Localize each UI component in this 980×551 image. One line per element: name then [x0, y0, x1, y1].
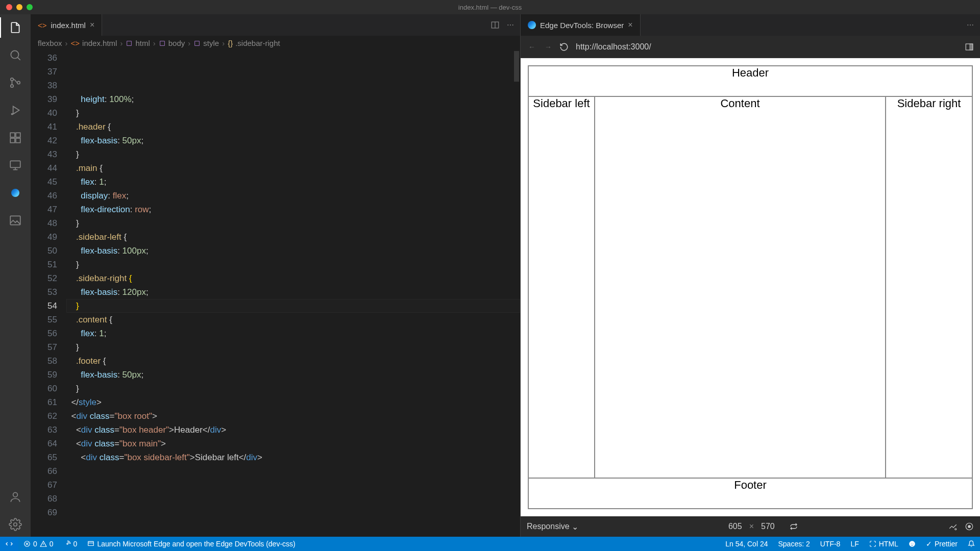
breadcrumb-style[interactable]: style	[193, 39, 219, 47]
preview-header: Header	[528, 66, 972, 96]
extensions-icon[interactable]	[8, 131, 22, 145]
back-icon[interactable]: ←	[527, 43, 537, 51]
minimize-window-button[interactable]	[16, 4, 22, 10]
devtools-tabs: Edge DevTools: Browser × ⋯	[521, 14, 980, 36]
svg-point-22	[909, 541, 915, 547]
code-editor-group: <> index.html × ⋯ flexbox › <>index.html	[31, 14, 521, 537]
close-window-button[interactable]	[6, 4, 12, 10]
vscode-window: index.html — dev-css	[0, 0, 980, 551]
preview-content: Content	[595, 96, 886, 478]
viewport-height-input[interactable]: 570	[761, 522, 775, 531]
code-lines[interactable]: height: 100%; } .header { flex-basis: 50…	[66, 51, 520, 537]
more-actions-icon[interactable]: ⋯	[967, 21, 974, 29]
remote-indicator[interactable]	[0, 537, 18, 551]
dock-icon[interactable]	[965, 42, 974, 52]
devtools-panel: Edge DevTools: Browser × ⋯ ← → http://lo…	[521, 14, 980, 537]
address-bar[interactable]: http://localhost:3000/	[576, 42, 959, 52]
split-editor-icon[interactable]	[491, 20, 500, 30]
close-tab-icon[interactable]: ×	[90, 20, 94, 30]
window-title: index.html — dev-css	[458, 4, 522, 11]
css-selector-icon: {}	[228, 39, 233, 47]
device-toolbar: Responsive ⌄ 605 × 570	[521, 516, 980, 537]
preview-sidebar-right: Sidebar right	[886, 96, 972, 478]
prettier-status[interactable]: ✓ Prettier	[921, 537, 963, 551]
forward-icon[interactable]: →	[543, 43, 553, 51]
svg-point-24	[913, 543, 913, 543]
svg-point-12	[14, 523, 17, 527]
tab-edge-devtools[interactable]: Edge DevTools: Browser ×	[521, 14, 641, 36]
html-file-icon: <>	[38, 21, 47, 30]
explorer-icon[interactable]	[8, 20, 22, 35]
preview-sidebar-left: Sidebar left	[528, 96, 595, 478]
svg-rect-9	[10, 161, 20, 167]
svg-rect-5	[10, 133, 15, 137]
viewport-width-input[interactable]: 605	[728, 522, 742, 531]
browser-toolbar: ← → http://localhost:3000/	[521, 36, 980, 58]
chevron-down-icon: ⌄	[572, 522, 578, 532]
search-icon[interactable]	[8, 48, 22, 62]
symbol-icon	[126, 40, 133, 47]
window-controls	[0, 4, 33, 10]
svg-point-1	[11, 78, 13, 81]
breadcrumb-body[interactable]: body	[159, 39, 185, 47]
breadcrumb-folder[interactable]: flexbox	[38, 39, 62, 47]
rotate-icon[interactable]	[789, 522, 798, 531]
svg-point-18	[968, 525, 971, 528]
more-actions-icon[interactable]: ⋯	[507, 21, 514, 29]
activity-bar	[0, 14, 31, 537]
workbench-body: <> index.html × ⋯ flexbox › <>index.html	[0, 14, 980, 537]
symbol-icon	[193, 40, 201, 47]
ports-indicator[interactable]: 0	[59, 537, 83, 551]
browser-preview[interactable]: Header Sidebar left Content Sidebar righ…	[521, 58, 980, 516]
devtools-tab-label: Edge DevTools: Browser	[540, 21, 624, 30]
inspect-icon[interactable]	[965, 522, 974, 531]
breadcrumbs[interactable]: flexbox › <>index.html › html › body › s…	[31, 36, 520, 51]
code-editor[interactable]: 3637383940414243444546474849505152535455…	[31, 51, 520, 537]
tab-label: index.html	[51, 21, 86, 30]
language-mode[interactable]: HTML	[864, 537, 903, 551]
remote-explorer-icon[interactable]	[8, 158, 22, 172]
edge-tools-icon[interactable]	[8, 186, 22, 200]
maximize-window-button[interactable]	[27, 4, 33, 10]
indentation[interactable]: Spaces: 2	[773, 537, 815, 551]
edge-icon	[528, 21, 536, 29]
html-file-icon: <>	[71, 39, 80, 47]
image-icon[interactable]	[8, 213, 22, 228]
breadcrumb-html[interactable]: html	[126, 39, 150, 47]
preview-main: Sidebar left Content Sidebar right	[528, 96, 972, 478]
svg-rect-15	[970, 44, 973, 50]
notifications-icon[interactable]	[963, 537, 980, 551]
tweet-feedback-icon[interactable]	[903, 537, 921, 551]
screenshot-icon[interactable]	[948, 522, 958, 531]
status-bar: 0 0 0 Launch Microsoft Edge and open the…	[0, 537, 980, 551]
svg-point-3	[17, 81, 20, 84]
svg-point-11	[13, 492, 18, 497]
launch-edge-button[interactable]: Launch Microsoft Edge and open the Edge …	[82, 537, 300, 551]
preview-root: Header Sidebar left Content Sidebar righ…	[528, 65, 973, 509]
breadcrumb-file[interactable]: <>index.html	[71, 39, 117, 47]
run-debug-icon[interactable]	[8, 103, 22, 117]
svg-point-4	[11, 114, 12, 115]
accounts-icon[interactable]	[8, 490, 22, 504]
svg-rect-7	[16, 138, 20, 143]
problems-indicator[interactable]: 0 0	[18, 537, 59, 551]
title-bar[interactable]: index.html — dev-css	[0, 0, 980, 14]
source-control-icon[interactable]	[8, 76, 22, 90]
svg-point-2	[11, 85, 13, 87]
cursor-position[interactable]: Ln 54, Col 24	[720, 537, 773, 551]
settings-gear-icon[interactable]	[8, 517, 22, 532]
editor-actions: ⋯	[484, 14, 520, 36]
symbol-icon	[159, 40, 166, 47]
minimap[interactable]	[514, 51, 519, 82]
eol[interactable]: LF	[845, 537, 864, 551]
close-tab-icon[interactable]: ×	[628, 20, 632, 30]
svg-point-16	[955, 529, 957, 530]
breadcrumb-selector[interactable]: {}.sidebar-right	[228, 39, 280, 47]
tab-index-html[interactable]: <> index.html ×	[31, 14, 102, 36]
preview-footer: Footer	[528, 478, 972, 509]
editor-tabs: <> index.html × ⋯	[31, 14, 520, 36]
svg-rect-8	[16, 133, 20, 137]
device-mode-select[interactable]: Responsive ⌄	[527, 522, 578, 532]
reload-icon[interactable]	[559, 42, 570, 52]
encoding[interactable]: UTF-8	[815, 537, 846, 551]
